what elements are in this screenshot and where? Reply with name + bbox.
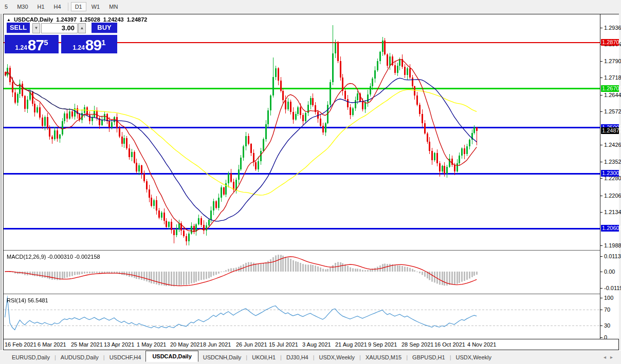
chart-tab-gbpusd-h1[interactable]: GBPUSD,H1 (408, 353, 450, 362)
rsi-tick-mark (600, 337, 602, 338)
time-axis-label: 26 Jun 2021 (236, 341, 267, 348)
chart-symbol-label: USDCAD,Daily (14, 16, 53, 23)
time-axis-label: 8 Jun 2021 (203, 341, 231, 348)
price-level-badge: 1.28700 (601, 39, 619, 46)
time-axis-label: 16 Oct 2021 (434, 341, 465, 348)
timeframe-button-w1[interactable]: W1 (87, 2, 104, 11)
tab-scroll-left-icon[interactable]: ◂ (604, 354, 610, 360)
price-tick-label: 1.23520 (604, 159, 621, 165)
price-level-badge: 1.26700 (601, 85, 619, 92)
chart-header: ▲ USDCAD,Daily 1.24397 1.25028 1.24243 1… (7, 16, 147, 23)
price-tick-mark (600, 78, 602, 78)
buy-price-pip: 1 (101, 35, 105, 50)
chevron-down-icon: ▼ (34, 26, 39, 30)
price-tick-label: 1.19880 (604, 242, 621, 248)
window-left-edge (1, 14, 2, 350)
chart-tab-usdcad-daily[interactable]: USDCAD,Daily (145, 351, 198, 362)
rsi-tick-label: 30 (604, 322, 610, 329)
time-axis-label: 28 Sep 2021 (401, 341, 433, 348)
time-axis-label: 21 Aug 2021 (335, 341, 367, 348)
price-tick-mark (600, 178, 602, 179)
time-axis-label: 13 Apr 2021 (104, 341, 134, 348)
price-tick-label: 1.27180 (604, 74, 621, 81)
chevron-up-icon: ▲ (80, 26, 84, 30)
sell-button[interactable]: SELL (7, 23, 30, 34)
macd-tick-mark (600, 272, 602, 272)
rsi-tick-mark (600, 325, 602, 326)
chart-tab-usdchf-h4[interactable]: USDCHF,H4 (105, 353, 146, 362)
chart-tab-bar: EURUSD,Daily|AUDUSD,Daily|USDCHF,H4USDCA… (0, 350, 621, 364)
buy-button[interactable]: BUY (92, 23, 117, 34)
price-tick-mark (600, 145, 602, 145)
rsi-tick-mark (600, 298, 602, 298)
collapse-icon[interactable]: ▲ (7, 17, 11, 22)
trading-terminal: { "toolbar": { "timeframes": ["5", "M30"… (0, 0, 621, 364)
ohlc-low: 1.24243 (103, 16, 124, 23)
chart-tab-audusd-daily[interactable]: AUDUSD,Daily (56, 353, 103, 362)
price-tick-mark (600, 162, 602, 162)
price-tick-label: 1.26440 (604, 92, 621, 98)
price-level-badge: 1.24872 (601, 127, 619, 134)
chart-tab-eurusd-daily[interactable]: EURUSD,Daily (7, 353, 54, 362)
sell-price-main: 87 (28, 39, 44, 52)
chart-window: 1.293601.286401.279001.271801.264401.257… (3, 14, 619, 350)
macd-tick-mark (600, 288, 602, 289)
rsi-chart-canvas[interactable] (4, 295, 600, 339)
timeframe-button-mn[interactable]: MN (105, 2, 122, 11)
price-tick-label: 1.27900 (604, 58, 621, 64)
timeframe-toolbar: 5M30H1H4D1W1MN (0, 0, 621, 13)
timeframe-button-m30[interactable]: M30 (13, 2, 32, 11)
rsi-tick-label: 100 (604, 295, 613, 301)
chart-tab-usdx-weekly[interactable]: USDX,Weekly (315, 353, 359, 362)
sell-price-display[interactable]: 1.24 87 5 (5, 35, 59, 53)
volume-increase-button[interactable]: ▲ (78, 23, 86, 33)
tab-scroll-arrows[interactable]: ◂▸ (604, 354, 617, 360)
sell-price-prefix: 1.24 (15, 44, 27, 52)
chart-tab-usdcnh-daily[interactable]: USDCNH,Daily (198, 353, 246, 362)
rsi-label: RSI(14) 56.5481 (7, 297, 48, 303)
volume-decrease-button[interactable]: ▼ (32, 23, 40, 33)
timeframe-button-5[interactable]: 5 (1, 2, 12, 11)
tab-scroll-right-icon[interactable]: ▸ (610, 354, 617, 360)
price-axis: 1.293601.286401.279001.271801.264401.257… (600, 14, 619, 339)
chart-tab-xauusd-m15[interactable]: XAUUSD,M15 (361, 353, 406, 362)
buy-price-main: 89 (85, 39, 101, 52)
price-tick-label: 1.29360 (604, 25, 621, 31)
time-axis: 16 Feb 20216 Mar 202125 Mar 202113 Apr 2… (4, 339, 618, 350)
volume-input[interactable]: 3.00 (41, 23, 78, 33)
rsi-name: RSI(14) (7, 297, 26, 303)
price-tick-mark (600, 212, 602, 213)
time-axis-label: 20 May 2021 (170, 341, 203, 348)
time-axis-label: 6 Mar 2021 (38, 341, 66, 348)
chart-tab-dj30-h4[interactable]: DJ30,H4 (282, 353, 313, 362)
price-tick-mark (600, 111, 602, 112)
macd-name: MACD(12,26,9) (7, 254, 46, 260)
timeframe-button-h4[interactable]: H4 (50, 2, 65, 11)
price-tick-label: 1.21340 (604, 209, 621, 215)
chart-tab-usdx-weekly[interactable]: USDX,Weekly (451, 353, 496, 362)
buy-price-display[interactable]: 1.24 89 1 (61, 35, 117, 53)
price-tick-label: 1.24260 (604, 142, 621, 148)
time-axis-label: 9 Sep 2021 (368, 341, 397, 348)
macd-label: MACD(12,26,9) -0.000310 -0.002158 (7, 254, 100, 260)
time-axis-label: 1 May 2021 (137, 341, 166, 348)
price-tick-label: 1.22060 (604, 193, 621, 199)
price-tick-mark (600, 95, 602, 95)
timeframe-button-h1[interactable]: H1 (33, 2, 49, 11)
price-tick-mark (600, 28, 602, 28)
price-tick-label: 1.25720 (604, 108, 621, 114)
price-tick-mark (600, 245, 602, 246)
time-axis-label: 4 Nov 2021 (467, 341, 496, 348)
price-tick-mark (600, 61, 602, 62)
timeframe-button-d1[interactable]: D1 (71, 2, 86, 11)
macd-value: -0.000310 (47, 254, 73, 260)
chart-tab-ukoil-h1[interactable]: UKOil,H1 (247, 353, 280, 362)
macd-tick-label: -0.01190 (604, 285, 621, 291)
rsi-tick-mark (600, 310, 602, 310)
one-click-trade-panel: SELL ▼ 3.00 ▲ BUY 1.24 87 5 1.24 89 1 (5, 23, 117, 53)
time-axis-label: 15 Jul 2021 (269, 341, 298, 348)
macd-signal-value: -0.002158 (75, 254, 100, 260)
price-level-badge: 1.23003 (601, 170, 619, 177)
rsi-value: 56.5481 (28, 297, 48, 303)
sell-price-pip: 5 (44, 35, 48, 50)
